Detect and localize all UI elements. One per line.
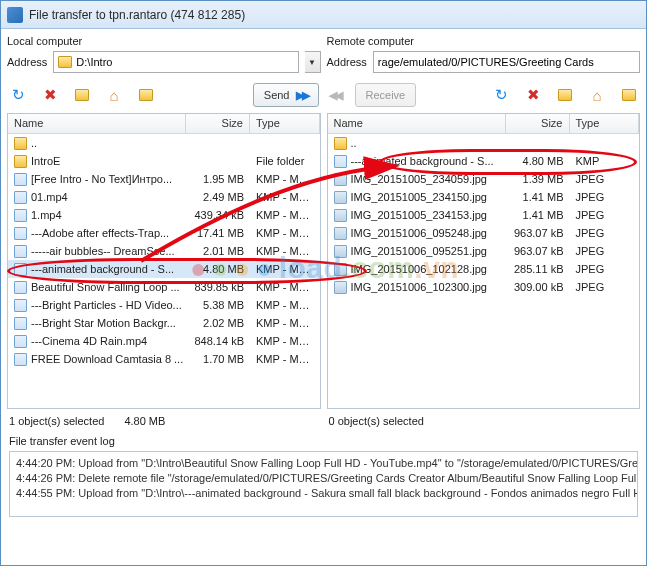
file-icon (14, 353, 27, 366)
table-row[interactable]: IMG_20151006_095248.jpg963.07 kBJPEG (328, 224, 640, 242)
table-row[interactable]: IMG_20151006_102300.jpg309.00 kBJPEG (328, 278, 640, 296)
window-titlebar: File transfer to tpn.rantaro (474 812 28… (1, 1, 646, 29)
receive-button-label: Receive (366, 89, 406, 101)
table-row[interactable]: Beautiful Snow Falling Loop ...839.85 kB… (8, 278, 320, 296)
log-box[interactable]: 4:44:20 PM: Upload from "D:\Intro\Beauti… (9, 451, 638, 517)
file-size-cell: 309.00 kB (506, 281, 570, 293)
file-icon (14, 263, 27, 276)
delete-icon[interactable]: ✖ (524, 86, 542, 104)
col-size[interactable]: Size (186, 114, 250, 133)
file-type-cell: KMP (570, 155, 640, 167)
receive-arrows-icon: ◀◀ (329, 89, 341, 102)
file-type-cell: KMP - MP4 Audi... (250, 245, 320, 257)
image-file-icon (334, 191, 347, 204)
file-name-cell: IMG_20151005_234153.jpg (328, 209, 506, 222)
refresh-icon[interactable]: ↻ (9, 86, 27, 104)
file-name-cell: IMG_20151006_095251.jpg (328, 245, 506, 258)
file-icon (14, 191, 27, 204)
table-row[interactable]: IMG_20151006_102128.jpg285.11 kBJPEG (328, 260, 640, 278)
table-row[interactable]: -----air bubbles-- DreamSce...2.01 MBKMP… (8, 242, 320, 260)
folder-icon (14, 137, 27, 150)
folder-icon (58, 56, 72, 68)
log-entry: 4:44:26 PM: Delete remote file "/storage… (16, 471, 631, 486)
file-type-cell: JPEG (570, 209, 640, 221)
file-name-cell: ---animated background - S... (328, 155, 506, 168)
local-status-selected: 1 object(s) selected (9, 415, 104, 427)
remote-listview[interactable]: Name Size Type ..---animated background … (327, 113, 641, 409)
file-type-cell: JPEG (570, 173, 640, 185)
table-row[interactable]: .. (328, 134, 640, 152)
table-row[interactable]: ---Adobe after effects-Trap...17.41 MBKM… (8, 224, 320, 242)
file-size-cell: 1.41 MB (506, 191, 570, 203)
file-size-cell: 963.07 kB (506, 245, 570, 257)
remote-toolbar: ◀◀ Receive ↻ ✖ ⌂ (327, 79, 641, 113)
file-icon (14, 209, 27, 222)
file-size-cell: 4.80 MB (186, 263, 250, 275)
table-row[interactable]: IMG_20151006_095251.jpg963.07 kBJPEG (328, 242, 640, 260)
local-panel: Local computer Address D:\Intro ▼ ↻ ✖ ⌂ … (7, 35, 321, 429)
file-type-cell: KMP - MP4 Audi... (250, 335, 320, 347)
table-row[interactable]: IMG_20151005_234150.jpg1.41 MBJPEG (328, 188, 640, 206)
local-list-header: Name Size Type (8, 114, 320, 134)
file-name-cell: IMG_20151006_102128.jpg (328, 263, 506, 276)
table-row[interactable]: IMG_20151005_234059.jpg1.39 MBJPEG (328, 170, 640, 188)
col-name[interactable]: Name (8, 114, 186, 133)
remote-address-value: rage/emulated/0/PICTURES/Greeting Cards (378, 56, 594, 68)
file-size-cell: 963.07 kB (506, 227, 570, 239)
file-name-cell: IntroE (8, 155, 186, 168)
table-row[interactable]: [Free Intro - No Text]Интро...1.95 MBKMP… (8, 170, 320, 188)
home-icon[interactable]: ⌂ (588, 86, 606, 104)
send-button[interactable]: Send ▶▶ (253, 83, 319, 107)
table-row[interactable]: IntroEFile folder (8, 152, 320, 170)
file-icon (14, 335, 27, 348)
file-name-cell: [Free Intro - No Text]Интро... (8, 173, 186, 186)
local-address-dropdown[interactable]: ▼ (305, 51, 321, 73)
image-file-icon (334, 281, 347, 294)
file-type-cell: KMP - MP4 Audi... (250, 191, 320, 203)
table-row[interactable]: ---Bright Particles - HD Video...5.38 MB… (8, 296, 320, 314)
table-row[interactable]: 01.mp42.49 MBKMP - MP4 Audi... (8, 188, 320, 206)
table-row[interactable]: ---animated background - S...4.80 MBKMP … (8, 260, 320, 278)
file-name-cell: 1.mp4 (8, 209, 186, 222)
table-row[interactable]: ---Bright Star Motion Backgr...2.02 MBKM… (8, 314, 320, 332)
app-icon (7, 7, 23, 23)
col-type[interactable]: Type (570, 114, 640, 133)
file-name-cell: IMG_20151005_234150.jpg (328, 191, 506, 204)
new-folder-icon[interactable] (556, 86, 574, 104)
file-icon (14, 245, 27, 258)
send-arrows-icon: ▶▶ (296, 89, 308, 102)
table-row[interactable]: 1.mp4439.34 kBKMP - MP4 Audi... (8, 206, 320, 224)
file-name-cell: IMG_20151006_095248.jpg (328, 227, 506, 240)
remote-address-field[interactable]: rage/emulated/0/PICTURES/Greeting Cards (373, 51, 640, 73)
file-icon (14, 299, 27, 312)
file-name-cell: -----air bubbles-- DreamSce... (8, 245, 186, 258)
table-row[interactable]: ---animated background - S...4.80 MBKMP (328, 152, 640, 170)
col-name[interactable]: Name (328, 114, 506, 133)
image-file-icon (334, 227, 347, 240)
refresh-icon[interactable]: ↻ (492, 86, 510, 104)
col-type[interactable]: Type (250, 114, 320, 133)
up-folder-icon[interactable] (620, 86, 638, 104)
up-folder-icon[interactable] (137, 86, 155, 104)
col-size[interactable]: Size (506, 114, 570, 133)
local-status: 1 object(s) selected 4.80 MB (7, 409, 321, 429)
file-name-cell: 01.mp4 (8, 191, 186, 204)
local-listview[interactable]: Name Size Type ..IntroEFile folder[Free … (7, 113, 321, 409)
table-row[interactable]: .. (8, 134, 320, 152)
table-row[interactable]: ---Cinema 4D Rain.mp4848.14 kBKMP - MP4 … (8, 332, 320, 350)
table-row[interactable]: IMG_20151005_234153.jpg1.41 MBJPEG (328, 206, 640, 224)
file-size-cell: 839.85 kB (186, 281, 250, 293)
receive-button[interactable]: Receive (355, 83, 417, 107)
file-type-cell: JPEG (570, 281, 640, 293)
remote-list-header: Name Size Type (328, 114, 640, 134)
local-address-label: Address (7, 56, 47, 68)
home-icon[interactable]: ⌂ (105, 86, 123, 104)
send-button-label: Send (264, 89, 290, 101)
file-name-cell: IMG_20151005_234059.jpg (328, 173, 506, 186)
table-row[interactable]: FREE Download Camtasia 8 ...1.70 MBKMP -… (8, 350, 320, 368)
file-type-cell: KMP - MP4 Audi... (250, 173, 320, 185)
file-icon (14, 173, 27, 186)
new-folder-icon[interactable] (73, 86, 91, 104)
local-address-field[interactable]: D:\Intro (53, 51, 298, 73)
delete-icon[interactable]: ✖ (41, 86, 59, 104)
